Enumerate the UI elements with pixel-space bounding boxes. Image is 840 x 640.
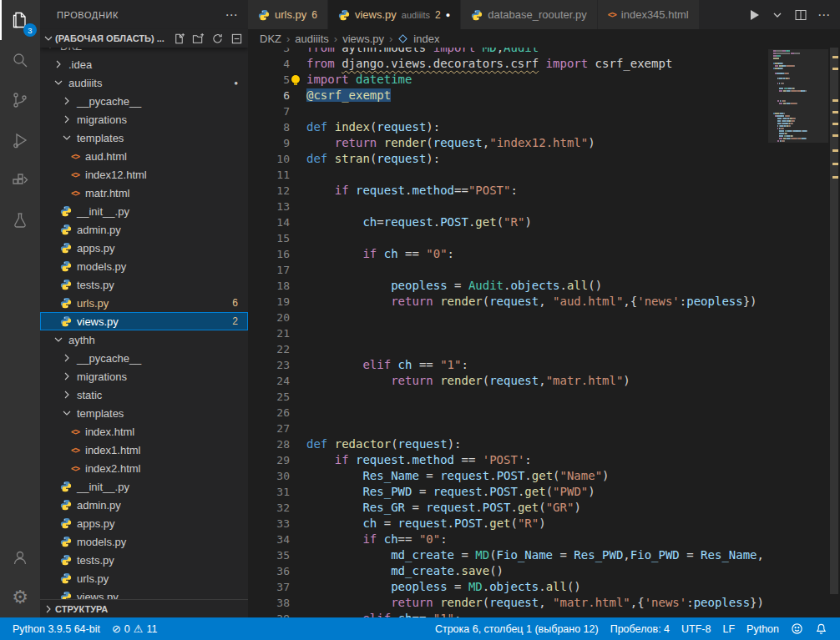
tree-item-apps.py[interactable]: apps.py	[40, 514, 248, 532]
tree-item-apps.py[interactable]: apps.py	[40, 239, 248, 257]
minimap[interactable]	[768, 48, 828, 617]
split-editor-icon[interactable]	[794, 8, 807, 22]
breadcrumb-item-folder[interactable]: audiiits	[295, 33, 328, 45]
tree-item-.idea[interactable]: .idea	[40, 55, 248, 73]
notifications-button[interactable]	[809, 617, 833, 640]
tab-urls.py[interactable]: urls.py6	[248, 0, 328, 29]
tree-item-__pycache__[interactable]: __pycache__	[40, 349, 248, 367]
activity-search-button[interactable]	[0, 40, 40, 80]
activity-testing-button[interactable]	[0, 200, 40, 240]
scrollbar-thumb[interactable]	[830, 48, 838, 594]
tree-item-models.py[interactable]: models.py	[40, 257, 248, 275]
new-file-icon[interactable]	[173, 33, 185, 45]
problems-status[interactable]: ⊘ 0 ⚠ 11	[106, 617, 164, 640]
language-mode-status[interactable]: Python	[741, 617, 785, 640]
tree-item-tests.py[interactable]: tests.py	[40, 551, 248, 569]
code-line-4[interactable]: 4from django.views.decorators.csrf impor…	[248, 56, 768, 72]
python-version-status[interactable]: Python 3.9.5 64-bit	[7, 617, 106, 640]
activity-run-debug-button[interactable]	[0, 120, 40, 160]
indentation-status[interactable]: Пробелов: 4	[605, 617, 676, 640]
code-line-37[interactable]: 37 peopless = MD.objects.all()	[248, 579, 768, 595]
code-lines[interactable]: 3from aythh.models import MD,Audit4from …	[248, 48, 768, 617]
code-line-29[interactable]: 29 if request.method == 'POST':	[248, 452, 768, 468]
cursor-position-status[interactable]: Строка 6, столбец 1 (выбрано 12)	[429, 617, 605, 640]
code-line-28[interactable]: 28def redactor(request):	[248, 436, 768, 452]
code-line-12[interactable]: 12 if request.method=="POST":	[248, 183, 768, 199]
tree-item-index1.html[interactable]: <>index1.html	[40, 441, 248, 459]
more-actions-icon[interactable]: ⋯	[225, 8, 238, 23]
code-line-11[interactable]: 11	[248, 167, 768, 183]
editor-scrollbar[interactable]	[828, 48, 840, 617]
code-line-35[interactable]: 35 md_create = MD(Fio_Name = Res_PWD,Fio…	[248, 547, 768, 563]
code-line-36[interactable]: 36 md_create.save()	[248, 563, 768, 579]
tree-item-migrations[interactable]: migrations	[40, 110, 248, 129]
lightbulb-icon[interactable]	[291, 75, 300, 83]
tree-item-views.py[interactable]: views.py2	[40, 312, 248, 330]
code-line-6[interactable]: 6@csrf_exempt	[248, 88, 768, 103]
code-line-3[interactable]: 3from aythh.models import MD,Audit	[248, 48, 768, 56]
code-line-21[interactable]: 21	[248, 325, 768, 341]
code-line-20[interactable]: 20	[248, 310, 768, 325]
tab-database_roouter.py[interactable]: database_roouter.py	[461, 0, 598, 29]
tree-item-admin.py[interactable]: admin.py	[40, 220, 248, 239]
breadcrumb-item-file[interactable]: views.py	[342, 33, 384, 45]
code-line-5[interactable]: 5import datetime	[248, 72, 768, 88]
code-line-23[interactable]: 23 elif ch == "1":	[248, 357, 768, 373]
breadcrumb-item-symbol[interactable]: index	[413, 33, 439, 45]
tree-item-__init__.py[interactable]: __init__.py	[40, 202, 248, 220]
tree-item-aythh[interactable]: aythh	[40, 330, 248, 349]
run-dropdown-chevron-icon[interactable]	[771, 8, 784, 22]
code-line-16[interactable]: 16 if ch == "0":	[248, 246, 768, 262]
encoding-status[interactable]: UTF-8	[676, 617, 716, 640]
code-line-26[interactable]: 26	[248, 405, 768, 421]
code-line-25[interactable]: 25	[248, 389, 768, 405]
tree-item-__pycache__[interactable]: __pycache__	[40, 92, 248, 110]
refresh-icon[interactable]	[211, 33, 224, 45]
tree-item-templates[interactable]: templates	[40, 404, 248, 422]
tree-item-index2.html[interactable]: <>index2.html	[40, 459, 248, 477]
code-line-19[interactable]: 19 return render(request, "aud.html",{'n…	[248, 294, 768, 310]
code-line-18[interactable]: 18 peopless = Audit.objects.all()	[248, 278, 768, 294]
tab-index345.html[interactable]: <>index345.html	[598, 0, 700, 29]
tree-item-urls.py[interactable]: urls.py	[40, 569, 248, 587]
tree-item-tests.py[interactable]: tests.py	[40, 275, 248, 294]
tree-item-audiiits[interactable]: audiiits●	[40, 73, 248, 92]
code-line-10[interactable]: 10def stran(request):	[248, 151, 768, 167]
more-editor-actions-icon[interactable]: ⋯	[817, 8, 830, 23]
code-line-27[interactable]: 27	[248, 421, 768, 436]
account-button[interactable]	[0, 537, 40, 577]
tree-item-__init__.py[interactable]: __init__.py	[40, 477, 248, 496]
tree-item-matr.html[interactable]: <>matr.html	[40, 184, 248, 202]
code-line-31[interactable]: 31 Res_PWD = request.POST.get("PWD")	[248, 484, 768, 500]
code-line-15[interactable]: 15	[248, 230, 768, 246]
tab-views.py[interactable]: views.pyaudiiits2●	[328, 0, 461, 29]
code-line-8[interactable]: 8def index(request):	[248, 119, 768, 135]
feedback-button[interactable]	[785, 617, 809, 640]
code-line-30[interactable]: 30 Res_Name = request.POST.get("Name")	[248, 468, 768, 484]
activity-source-control-button[interactable]	[0, 80, 40, 120]
code-line-7[interactable]: 7	[248, 103, 768, 119]
activity-extensions-button[interactable]	[0, 160, 40, 200]
tree-item-models.py[interactable]: models.py	[40, 532, 248, 551]
code-line-34[interactable]: 34 if ch== "0":	[248, 532, 768, 547]
code-line-24[interactable]: 24 return render(request,"matr.html")	[248, 373, 768, 389]
tree-item-index12.html[interactable]: <>index12.html	[40, 165, 248, 184]
breadcrumb-item-root[interactable]: DKZ	[260, 33, 281, 45]
code-line-13[interactable]: 13	[248, 199, 768, 214]
code-line-38[interactable]: 38 return render(request, "matr.html",{'…	[248, 595, 768, 611]
new-folder-icon[interactable]	[192, 33, 205, 45]
code-line-22[interactable]: 22	[248, 341, 768, 357]
tree-item-DKZ[interactable]: DKZ	[40, 48, 248, 55]
modified-dot[interactable]: ●	[446, 11, 450, 19]
tree-item-urls.py[interactable]: urls.py6	[40, 294, 248, 312]
tree-item-migrations[interactable]: migrations	[40, 367, 248, 386]
outline-section-header[interactable]: СТРУКТУРА	[40, 599, 248, 617]
tree-item-views.py[interactable]: views.py	[40, 587, 248, 599]
code-line-32[interactable]: 32 Res_GR = request.POST.get("GR")	[248, 500, 768, 516]
code-line-33[interactable]: 33 ch = request.POST.get("R")	[248, 516, 768, 532]
collapse-all-icon[interactable]	[230, 33, 243, 45]
tree-item-admin.py[interactable]: admin.py	[40, 496, 248, 514]
tree-item-static[interactable]: static	[40, 386, 248, 404]
eol-status[interactable]: LF	[716, 617, 741, 640]
code-line-9[interactable]: 9 return render(request,"index12.html")	[248, 135, 768, 151]
